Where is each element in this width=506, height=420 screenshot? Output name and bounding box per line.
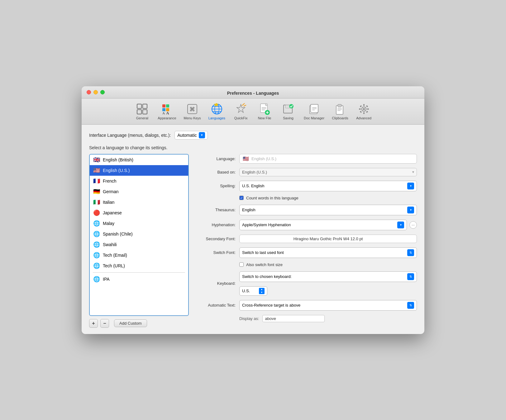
count-words-label: Count words in this language (246, 196, 298, 200)
hyphenation-setting-label: Hyphenation: (195, 222, 236, 227)
svg-marker-17 (237, 104, 245, 112)
hyphenation-options-button[interactable]: ··· (409, 221, 417, 229)
svg-rect-3 (143, 110, 147, 114)
svg-rect-50 (366, 111, 368, 113)
secondary-font-field[interactable]: Hiragino Maru Gothic ProN W4 12.0 pt (239, 235, 417, 243)
display-as-row: Display as: (239, 315, 417, 322)
also-switch-size-label: Also switch font size (246, 262, 283, 267)
main-area: 🇬🇧 English (British) 🇺🇸 English (U.S.) 🇫… (89, 154, 417, 328)
content-area: Interface Language (menus, dialogs, etc.… (82, 125, 424, 334)
also-switch-size-checkbox[interactable] (239, 262, 244, 267)
list-item[interactable]: 🌐 Tech (Email) (90, 250, 188, 260)
list-item[interactable]: 🌐 Spanish (Chile) (90, 229, 188, 239)
spelling-setting-label: Spelling: (195, 184, 236, 188)
list-item[interactable]: 🔴 Japanese (90, 208, 188, 218)
list-item[interactable]: 🇩🇪 German (90, 186, 188, 197)
toolbar-label-quickfix: QuickFix (234, 116, 248, 120)
list-item[interactable]: 🇺🇸 English (U.S.) (90, 165, 188, 176)
display-as-input[interactable] (262, 315, 325, 322)
secondary-font-label: Secondary Font: (195, 236, 236, 241)
language-field: 🇺🇸 English (U.S.) (239, 154, 417, 164)
toolbar-item-newfile[interactable]: New File (253, 101, 276, 122)
preferences-window: Preferences - Languages General (82, 86, 424, 334)
switch-font-row: Switch Font: Switch to last used font ⇅ (195, 247, 417, 258)
flag-icon: 🔴 (93, 209, 100, 216)
spelling-value: U.S. English (242, 184, 265, 188)
interface-language-arrow: ▾ (199, 132, 205, 138)
list-item[interactable]: 🌐 Malay (90, 218, 188, 229)
hyphenation-dropdown[interactable]: Apple/System Hyphenation ▾ (239, 220, 407, 230)
toolbar-item-quickfix[interactable]: QuickFix (230, 101, 252, 122)
count-words-checkbox[interactable]: ✓ (239, 196, 244, 200)
add-custom-button[interactable]: Add Custom (114, 319, 147, 327)
list-item[interactable]: 🌐 IPA (90, 274, 188, 284)
basedon-dropdown[interactable]: English (U.S.) ▾ (239, 168, 417, 176)
hyphenation-arrow-icon: ▾ (397, 222, 404, 228)
clipboards-icon (334, 103, 346, 115)
language-name: Spanish (Chile) (103, 231, 133, 236)
interface-language-label: Interface Language (menus, dialogs, etc.… (89, 133, 171, 138)
zoom-button[interactable] (100, 90, 105, 94)
flag-icon: 🇩🇪 (93, 188, 100, 195)
interface-language-dropdown[interactable]: Automatic ▾ (174, 131, 208, 140)
general-icon (136, 103, 148, 115)
language-name: Malay (103, 221, 114, 226)
spelling-dropdown[interactable]: U.S. English ▾ (239, 181, 417, 191)
switch-font-dropdown[interactable]: Switch to last used font ⇅ (239, 247, 417, 258)
language-name: Tech (Email) (103, 253, 127, 258)
close-button[interactable] (87, 90, 91, 94)
languages-icon (211, 103, 223, 115)
basedon-setting-label: Based on: (195, 170, 236, 174)
svg-rect-6 (162, 108, 165, 111)
list-item[interactable]: 🇮🇹 Italian (90, 197, 188, 208)
list-item[interactable]: 🇬🇧 English (British) (90, 155, 188, 165)
also-switch-size-row: Also switch font size (239, 262, 417, 267)
stepper-up[interactable]: ▲ (259, 288, 265, 291)
display-as-label: Display as: (239, 316, 259, 321)
language-flag: 🇺🇸 (243, 156, 249, 162)
toolbar-label-newfile: New File (258, 116, 271, 120)
flag-icon: 🌐 (93, 220, 100, 227)
toolbar-item-languages[interactable]: Languages (205, 101, 228, 122)
toolbar-item-general[interactable]: General (131, 101, 153, 122)
traffic-lights (87, 90, 105, 94)
flag-icon: 🇬🇧 (93, 156, 100, 163)
instruction-text: Select a language to change its settings… (89, 145, 417, 150)
thesaurus-dropdown[interactable]: English ▾ (239, 205, 417, 215)
toolbar-item-docmanager[interactable]: Doc Manager (301, 101, 327, 122)
flag-icon: 🇮🇹 (93, 199, 100, 206)
svg-rect-4 (162, 104, 165, 107)
toolbar-item-appearance[interactable]: A A Appearance (155, 101, 179, 122)
list-item[interactable]: 🇫🇷 French (90, 176, 188, 186)
remove-language-button[interactable]: − (100, 319, 109, 328)
keyboard-locale-stepper: ▲ ▼ (259, 288, 265, 294)
stepper-down[interactable]: ▼ (259, 291, 265, 294)
keyboard-mode-arrow: ⇅ (407, 273, 414, 280)
language-setting-label: Language: (195, 156, 236, 161)
thesaurus-value: English (242, 208, 255, 212)
keyboard-controls: Switch to chosen keyboard: ⇅ U.S. ▲ ▼ (239, 271, 417, 296)
toolbar-item-menukeys[interactable]: ⌘ Menu Keys (181, 101, 204, 122)
keyboard-mode-dropdown[interactable]: Switch to chosen keyboard: ⇅ (239, 271, 417, 282)
language-name: IPA (103, 277, 110, 282)
spelling-setting-row: Spelling: U.S. English ▾ (195, 181, 417, 191)
hyphenation-setting-row: Hyphenation: Apple/System Hyphenation ▾ … (195, 220, 417, 230)
list-item[interactable]: 🌐 Tech (URL) (90, 260, 188, 271)
toolbar-label-advanced: Advanced (356, 116, 371, 120)
hyphenation-value: Apple/System Hyphenation (242, 222, 291, 227)
language-field-value: English (U.S.) (251, 156, 276, 161)
svg-text:⌘: ⌘ (189, 106, 195, 112)
toolbar-item-advanced[interactable]: Advanced (353, 101, 375, 122)
svg-rect-0 (137, 104, 141, 108)
add-language-button[interactable]: + (89, 319, 98, 328)
toolbar-item-clipboards[interactable]: Clipboards (329, 101, 351, 122)
svg-rect-1 (143, 104, 147, 108)
svg-rect-46 (367, 108, 369, 110)
automatic-text-dropdown[interactable]: Cross-Reference target is above ⇅ (239, 300, 417, 311)
automatic-text-arrow: ⇅ (407, 302, 414, 309)
list-item[interactable]: 🌐 Swahili (90, 239, 188, 250)
toolbar-item-saving[interactable]: Saving (277, 101, 299, 122)
minimize-button[interactable] (93, 90, 98, 94)
keyboard-locale-dropdown[interactable]: U.S. ▲ ▼ (239, 286, 267, 296)
toolbar-label-menukeys: Menu Keys (184, 116, 201, 120)
